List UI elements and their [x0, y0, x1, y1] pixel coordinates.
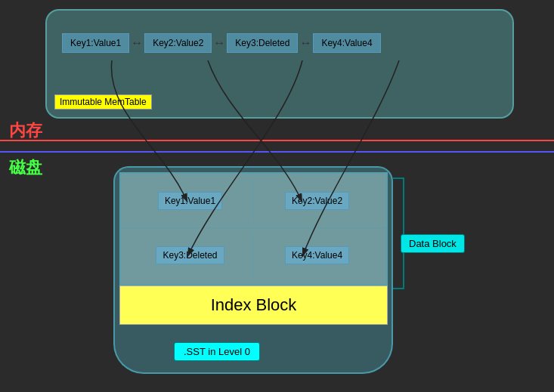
data-row-1: Key1:Value1 Key2:Value2: [121, 174, 386, 228]
data-col-kv2: Key2:Value2: [254, 192, 380, 210]
memory-divider: [0, 140, 554, 141]
disk-label: 磁盘: [9, 156, 42, 179]
data-kv2: Key2:Value2: [285, 192, 349, 210]
kv-row: Key1:Value1 ↔ Key2:Value2 ↔ Key3:Deleted…: [62, 33, 381, 53]
kv-box-1: Key1:Value1: [62, 33, 129, 53]
memory-label: 内存: [9, 119, 42, 142]
arrow-h-3: ↔: [298, 36, 313, 50]
data-block-bracket: [393, 177, 404, 289]
memtable-label: Immutable MemTable: [54, 94, 152, 110]
index-block: Index Block: [119, 286, 388, 325]
index-block-text: Index Block: [211, 295, 297, 315]
data-col-kv3: Key3:Deleted: [127, 246, 253, 264]
disk-divider: [0, 151, 554, 153]
data-block-inner: Key1:Value1 Key2:Value2 Key3:Deleted Key…: [119, 172, 388, 286]
data-col-kv1: Key1:Value1: [127, 192, 253, 210]
sst-label: .SST in Level 0: [174, 342, 260, 361]
data-col-kv4: Key4:Value4: [254, 246, 380, 264]
data-kv1: Key1:Value1: [158, 192, 222, 210]
kv-box-2: Key2:Value2: [144, 33, 212, 53]
arrow-h-1: ↔: [129, 36, 144, 50]
data-row-2: Key3:Deleted Key4:Value4: [121, 228, 386, 282]
canvas: Key1:Value1 ↔ Key2:Value2 ↔ Key3:Deleted…: [0, 0, 554, 392]
data-kv4: Key4:Value4: [285, 246, 349, 264]
kv-box-4: Key4:Value4: [313, 33, 380, 53]
memtable-container: Key1:Value1 ↔ Key2:Value2 ↔ Key3:Deleted…: [45, 9, 514, 119]
kv-box-3: Key3:Deleted: [227, 33, 298, 53]
data-block-label: Data Block: [401, 234, 465, 253]
arrow-h-2: ↔: [212, 36, 227, 50]
data-kv3: Key3:Deleted: [156, 246, 224, 264]
